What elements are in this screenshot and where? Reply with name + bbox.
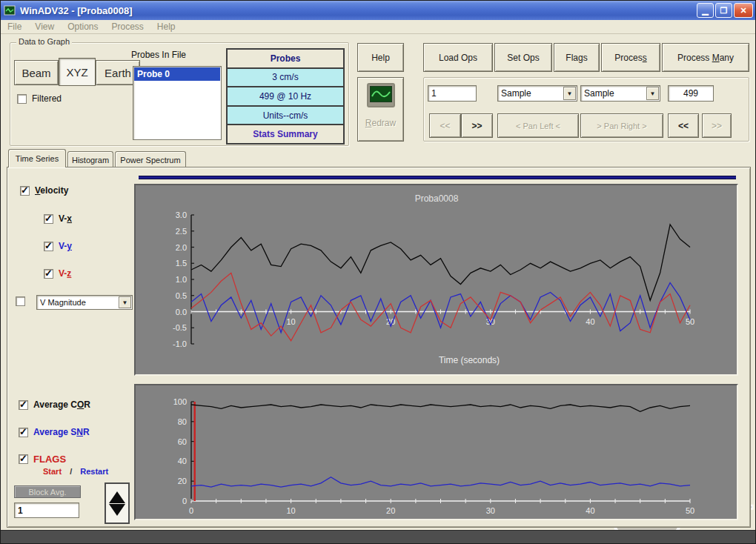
tab-time-series[interactable]: Time Series — [8, 149, 66, 167]
svg-text:80: 80 — [178, 417, 187, 426]
svg-text:0.5: 0.5 — [176, 291, 187, 300]
vmag-checkbox[interactable] — [16, 296, 25, 306]
avg-snr-checkbox[interactable]: Average SNR — [19, 427, 90, 437]
chart-wave-icon — [367, 83, 395, 107]
avg-snr-checkbox-box[interactable] — [19, 428, 28, 437]
svg-text:20: 20 — [386, 506, 395, 515]
svg-text:50: 50 — [686, 506, 694, 515]
vz-label: V-z — [59, 268, 71, 279]
tab-histogram[interactable]: Histogram — [67, 151, 113, 167]
spinner-down-icon[interactable] — [109, 504, 125, 516]
range-type-dropdown-2[interactable]: Sample ▼ — [580, 85, 660, 102]
process-button[interactable]: Process — [601, 43, 660, 72]
help-button[interactable]: Help — [357, 43, 404, 72]
flags-checkbox[interactable]: FLAGS — [19, 454, 66, 465]
xyz-button[interactable]: XYZ — [59, 58, 96, 86]
vmag-checkbox-box[interactable] — [16, 296, 25, 306]
probes-button[interactable]: Probes — [228, 50, 343, 67]
flag-start-label: Start — [43, 467, 62, 476]
velocity-checkbox-box[interactable] — [20, 186, 30, 196]
end-sample-input[interactable] — [668, 85, 714, 102]
jump-forward-button[interactable]: >> — [702, 113, 732, 138]
close-icon[interactable]: ✕ — [734, 3, 753, 18]
vz-checkbox[interactable]: V-z — [44, 268, 71, 279]
stats-summary-button[interactable]: Stats Summary — [228, 125, 343, 143]
menu-options[interactable]: Options — [67, 21, 98, 32]
process-many-pre: Process — [677, 53, 712, 63]
redraw-button[interactable]: Redraw — [357, 77, 404, 142]
vx-checkbox[interactable]: V-x — [44, 213, 72, 224]
vy-checkbox[interactable]: V-y — [44, 241, 72, 251]
vy-checkbox-box[interactable] — [44, 242, 53, 251]
jump-back-button[interactable]: << — [668, 113, 699, 138]
vx-label: V-x — [59, 213, 72, 224]
units-value: Units--cm/s — [228, 107, 343, 125]
pan-right-button[interactable]: > Pan Right > — [580, 113, 663, 138]
flags-button[interactable]: Flags — [554, 43, 600, 72]
block-avg-input[interactable] — [14, 502, 79, 518]
avg-cor-checkbox[interactable]: Average COR — [19, 399, 90, 410]
time-series-plot: 3.02.52.01.51.00.50.0-0.5-1.01020304050P… — [136, 185, 737, 374]
process-label-pre: Proces — [614, 53, 642, 63]
spinner-up-icon[interactable] — [109, 491, 125, 503]
block-avg-spinner[interactable] — [105, 482, 130, 524]
svg-text:0: 0 — [189, 506, 193, 515]
velocity-label: Velocity — [35, 185, 68, 196]
process-many-u: M — [712, 53, 720, 63]
svg-text:Time (seconds): Time (seconds) — [439, 355, 500, 365]
velocity-checkbox[interactable]: Velocity — [20, 185, 68, 196]
probe-listbox[interactable]: Probe 0 — [133, 66, 222, 140]
redraw-label: Redraw — [365, 118, 396, 128]
svg-text:2.5: 2.5 — [176, 227, 187, 236]
svg-text:0.0: 0.0 — [176, 308, 187, 316]
svg-text:2.0: 2.0 — [176, 243, 187, 252]
range-type-dropdown-1[interactable]: Sample ▼ — [497, 85, 577, 102]
minimize-icon[interactable]: ▁ — [697, 3, 714, 18]
svg-text:40: 40 — [586, 317, 594, 326]
svg-text:60: 60 — [178, 437, 187, 446]
filtered-checkbox[interactable]: Filtered — [17, 93, 62, 104]
probe-info-panel: Probes 3 cm/s 499 @ 10 Hz Units--cm/s St… — [226, 48, 345, 145]
load-ops-button[interactable]: Load Ops — [423, 43, 493, 72]
chevron-down-icon[interactable]: ▼ — [119, 296, 131, 308]
menu-process[interactable]: Process — [112, 21, 144, 32]
menu-view[interactable]: View — [35, 21, 54, 32]
probe-list-item[interactable]: Probe 0 — [134, 67, 220, 81]
flags-checkbox-box[interactable] — [19, 454, 28, 464]
window-title: WinADV32 - [Proba0008] — [20, 5, 133, 16]
start-sample-input[interactable] — [428, 85, 477, 102]
menu-help[interactable]: Help — [157, 21, 176, 32]
range-type-1-value: Sample — [501, 88, 531, 99]
svg-text:10: 10 — [286, 506, 295, 515]
svg-text:Proba0008: Proba0008 — [415, 193, 459, 204]
step-back-button[interactable]: << — [429, 113, 461, 138]
tab-power-spectrum[interactable]: Power Spectrum — [115, 151, 186, 167]
chevron-down-icon[interactable]: ▼ — [563, 87, 576, 100]
data-to-graph-label: Data to Graph — [16, 37, 72, 46]
avg-cor-checkbox-box[interactable] — [19, 400, 28, 410]
filtered-checkbox-box[interactable] — [17, 94, 27, 104]
flag-legend: Start / Restart — [43, 467, 108, 476]
filtered-label: Filtered — [32, 93, 62, 104]
progress-bar — [139, 176, 736, 179]
restore-icon[interactable]: ❐ — [715, 3, 732, 18]
vx-checkbox-box[interactable] — [44, 214, 53, 224]
vz-checkbox-box[interactable] — [44, 269, 53, 279]
menu-file[interactable]: File — [7, 21, 21, 32]
block-avg-button[interactable]: Block Avg. — [14, 485, 81, 498]
title-bar: WinADV32 - [Proba0008] ▁ ❐ ✕ — [1, 1, 756, 20]
vmag-dropdown[interactable]: V Magnitude ▼ — [36, 295, 133, 310]
process-label-u: s — [643, 53, 647, 63]
svg-text:0: 0 — [182, 497, 187, 505]
menu-bar: File View Options Process Help — [1, 20, 756, 34]
beam-button[interactable]: Beam — [14, 60, 59, 85]
process-many-button[interactable]: Process Many — [662, 43, 749, 72]
waveform-app-icon — [4, 4, 16, 16]
flag-separator: / — [70, 467, 72, 476]
pan-left-button[interactable]: < Pan Left < — [497, 113, 579, 138]
step-forward-button[interactable]: >> — [461, 113, 493, 138]
chevron-down-icon[interactable]: ▼ — [646, 87, 659, 100]
set-ops-button[interactable]: Set Ops — [494, 43, 552, 72]
flag-restart-label: Restart — [80, 467, 108, 476]
svg-text:1.5: 1.5 — [176, 259, 187, 268]
